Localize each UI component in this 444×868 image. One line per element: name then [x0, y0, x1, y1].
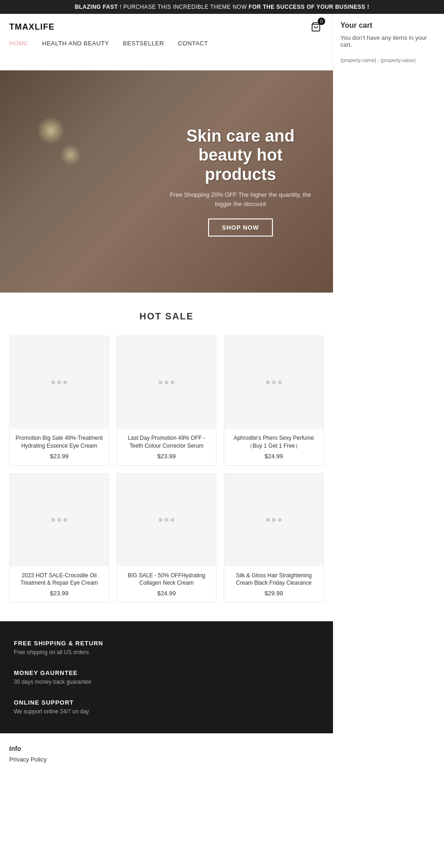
dot: [159, 381, 162, 384]
dot: [159, 518, 162, 522]
product-card-3[interactable]: Aphrodite's Phero Sexy Perfume （Buy 1 Ge…: [224, 336, 324, 466]
hero-content: Skin care and beauty hot products Free S…: [162, 126, 319, 237]
dot: [171, 381, 174, 384]
product-info-2: Last Day Promotion 49% OFF - Teeth Colou…: [117, 429, 216, 465]
feature-support: ONLINE SUPPORT We support online 24/7 on…: [14, 699, 319, 715]
hero-section: Skin care and beauty hot products Free S…: [0, 70, 333, 293]
feature-money: MONEY GAURNTEE 30 days money back guaran…: [14, 669, 319, 685]
feature-money-desc: 30 days money back guarantee: [14, 679, 319, 685]
cart-count: 0: [318, 18, 325, 25]
product-name-4: 2023 HOT SALE-Crocodile Oil Treatment & …: [15, 572, 103, 587]
product-price-4: $23.99: [15, 590, 103, 597]
dot: [272, 518, 276, 522]
product-card-4[interactable]: 2023 HOT SALE-Crocodile Oil Treatment & …: [9, 473, 109, 603]
product-info-5: BIG SALE - 50% OFFHydrating Collagen Nec…: [117, 566, 216, 603]
product-dots-5: [159, 518, 174, 522]
product-image-2: [117, 336, 216, 429]
dot: [57, 518, 61, 522]
feature-support-title: ONLINE SUPPORT: [14, 699, 319, 706]
product-image-5: [117, 474, 216, 566]
shop-now-button[interactable]: SHOP NOW: [208, 219, 273, 237]
product-card-6[interactable]: Silk & Gloss Hair Straightening Cream Bl…: [224, 473, 324, 603]
product-price-1: $23.99: [15, 453, 103, 460]
dot: [278, 381, 282, 384]
product-price-5: $24.99: [123, 590, 210, 597]
hot-sale-section: HOT SALE Promotion Big Sale 49%-Treatmen…: [0, 293, 333, 621]
footer-section: Info Privacy Policy: [0, 733, 333, 774]
cart-sidebar-products-row: [333, 293, 444, 621]
dot: [57, 381, 61, 384]
product-dots-2: [159, 381, 174, 384]
feature-shipping-title: FREE SHIPPING & RETURN: [14, 640, 319, 647]
cart-sidebar-hero-row: [333, 70, 444, 293]
product-info-6: Silk & Gloss Hair Straightening Cream Bl…: [224, 566, 323, 603]
dot: [51, 518, 55, 522]
features-section: FREE SHIPPING & RETURN Free shipping on …: [0, 621, 333, 733]
main-nav: HOME HEALTH AND BEAUTY BESTSELLER CONTAC…: [0, 40, 333, 52]
product-info-1: Promotion Big Sale 49%-Treatment Hydrati…: [10, 429, 109, 465]
announcement-suffix: FOR THE SUCCESS OF YOUR BUSINESS !: [249, 4, 370, 10]
product-info-3: Aphrodite's Phero Sexy Perfume （Buy 1 Ge…: [224, 429, 323, 465]
nav-health-beauty[interactable]: HEALTH AND BEAUTY: [42, 40, 109, 47]
product-dots-6: [266, 518, 282, 522]
cart-title: Your cart: [340, 21, 437, 30]
product-price-2: $23.99: [123, 453, 210, 460]
site-logo[interactable]: TMAXLIFE: [9, 22, 55, 32]
products-grid: Promotion Big Sale 49%-Treatment Hydrati…: [9, 336, 324, 603]
feature-shipping-desc: Free shipping on all US orders: [14, 649, 319, 656]
product-card-5[interactable]: BIG SALE - 50% OFFHydrating Collagen Nec…: [117, 473, 216, 603]
cart-sidebar-features-row: [333, 621, 444, 733]
product-name-1: Promotion Big Sale 49%-Treatment Hydrati…: [15, 434, 103, 450]
dot: [63, 381, 67, 384]
product-image-4: [10, 474, 109, 566]
cart-sidebar: Your cart You don't have any items in yo…: [333, 14, 444, 70]
feature-support-desc: We support online 24/7 on day: [14, 708, 319, 715]
dot: [266, 381, 270, 384]
product-image-1: [10, 336, 109, 429]
product-name-6: Silk & Gloss Hair Straightening Cream Bl…: [230, 572, 318, 587]
product-price-3: $24.99: [230, 453, 318, 460]
product-image-6: [224, 474, 323, 566]
announcement-middle: ! PURCHASE THIS INCREDIBLE THEME NOW: [118, 4, 249, 10]
feature-money-title: MONEY GAURNTEE: [14, 669, 319, 676]
cart-empty-message: You don't have any items in your cart.: [340, 34, 437, 48]
cart-button[interactable]: 0: [308, 19, 323, 34]
hero-heading: Skin care and beauty hot products: [162, 126, 319, 184]
product-dots-1: [51, 381, 67, 384]
dot: [165, 381, 168, 384]
dot: [51, 381, 55, 384]
hero-light-2: [60, 144, 81, 165]
nav-bestseller[interactable]: BESTSELLER: [123, 40, 164, 47]
dot: [165, 518, 168, 522]
feature-shipping: FREE SHIPPING & RETURN Free shipping on …: [14, 640, 319, 656]
announcement-bar: BLAZING FAST ! PURCHASE THIS INCREDIBLE …: [0, 0, 444, 14]
dot: [63, 518, 67, 522]
dot: [278, 518, 282, 522]
product-card-1[interactable]: Promotion Big Sale 49%-Treatment Hydrati…: [9, 336, 109, 466]
product-name-5: BIG SALE - 50% OFFHydrating Collagen Nec…: [123, 572, 210, 587]
nav-home[interactable]: HOME: [9, 40, 28, 47]
nav-contact[interactable]: CONTACT: [178, 40, 208, 47]
product-name-2: Last Day Promotion 49% OFF - Teeth Colou…: [123, 434, 210, 450]
dot: [266, 518, 270, 522]
hot-sale-title: HOT SALE: [9, 311, 324, 322]
footer-privacy-link[interactable]: Privacy Policy: [9, 756, 324, 763]
cart-sidebar-footer-row: [333, 733, 444, 774]
announcement-prefix: BLAZING FAST: [75, 4, 118, 10]
cart-property: {property.name} : {property.value}: [340, 57, 437, 63]
product-image-3: [224, 336, 323, 429]
dot: [272, 381, 276, 384]
product-card-2[interactable]: Last Day Promotion 49% OFF - Teeth Colou…: [117, 336, 216, 466]
product-dots-3: [266, 381, 282, 384]
hero-subtext: Free Shopping 20% OFF The higher the qua…: [162, 190, 319, 208]
product-dots-4: [51, 518, 67, 522]
product-info-4: 2023 HOT SALE-Crocodile Oil Treatment & …: [10, 566, 109, 603]
product-price-6: $29.99: [230, 590, 318, 597]
footer-title: Info: [9, 745, 324, 752]
product-name-3: Aphrodite's Phero Sexy Perfume （Buy 1 Ge…: [230, 434, 318, 450]
dot: [171, 518, 174, 522]
hero-light-1: [37, 117, 65, 144]
